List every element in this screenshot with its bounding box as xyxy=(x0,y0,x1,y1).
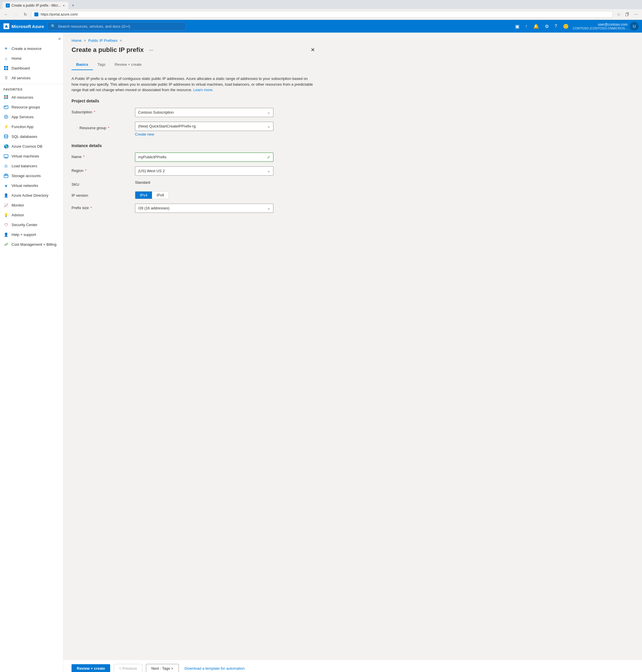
sidebar-item-sql-databases[interactable]: SQL databases xyxy=(0,131,63,141)
azure-logo xyxy=(3,23,9,29)
review-create-button[interactable]: Review + create xyxy=(72,664,110,672)
breadcrumb-ip-prefixes[interactable]: Public IP Prefixes xyxy=(88,38,118,43)
sidebar-item-advisor[interactable]: 💡 Advisor xyxy=(0,210,63,220)
tab-close-icon[interactable]: ✕ xyxy=(63,4,65,7)
subscription-select-wrapper: Contoso Subscription xyxy=(135,108,273,117)
azure-topbar: Microsoft Azure 🔍 ▣ ↑ 🔔 ⚙ ? 🙂 user@conto… xyxy=(0,20,642,33)
back-button[interactable]: ← xyxy=(2,11,10,18)
sidebar-item-help-support[interactable]: 👤 Help + support xyxy=(0,230,63,240)
browser-tab-active[interactable]: A Create a public IP prefix - Micr... ✕ xyxy=(2,2,68,9)
tab-basics[interactable]: Basics xyxy=(72,60,93,70)
virtual-machines-icon xyxy=(3,153,9,159)
create-new-link[interactable]: Create new xyxy=(135,132,273,137)
ipv4-button[interactable]: IPv4 xyxy=(135,192,152,199)
sidebar-item-storage-accounts[interactable]: Storage accounts xyxy=(0,171,63,181)
sidebar: « + Create a resource ⌂ Home Dashboard ☰… xyxy=(0,33,63,672)
all-resources-icon xyxy=(3,94,9,100)
resource-group-label-area: └ Resource group * xyxy=(72,122,129,130)
upload-button[interactable]: ↑ xyxy=(524,23,529,30)
ip-version-field: IP version IPv4 IPv6 xyxy=(72,191,315,199)
ipv6-button[interactable]: IPv6 xyxy=(152,192,169,199)
sidebar-item-function-app[interactable]: ⚡ Function App xyxy=(0,122,63,131)
name-label: Name * xyxy=(72,153,129,159)
sidebar-collapse-button[interactable]: « xyxy=(58,36,61,41)
subscription-select[interactable]: Contoso Subscription xyxy=(135,108,273,117)
help-support-icon: 👤 xyxy=(3,232,9,237)
sidebar-function-app-label: Function App xyxy=(12,125,34,129)
help-button[interactable]: ? xyxy=(553,23,559,30)
user-initial: U xyxy=(633,24,635,28)
svg-rect-8 xyxy=(4,98,6,99)
browser-menu-button[interactable]: ⋯ xyxy=(632,11,640,18)
global-search[interactable]: 🔍 xyxy=(48,22,186,30)
sidebar-item-security-center[interactable]: 🛡 Security Center xyxy=(0,220,63,230)
home-icon: ⌂ xyxy=(3,56,9,61)
forward-button[interactable]: → xyxy=(12,11,20,18)
prefix-size-required: * xyxy=(91,206,92,210)
sidebar-item-create-resource[interactable]: + Create a resource xyxy=(0,43,63,53)
prefix-size-select-wrapper: /28 (16 addresses) xyxy=(135,204,273,213)
address-bar[interactable]: https://portal.azure.com/ xyxy=(31,11,613,18)
tab-review-create[interactable]: Review + create xyxy=(110,60,146,70)
prefix-size-control: /28 (16 addresses) xyxy=(135,204,273,213)
sidebar-item-cost-management[interactable]: ☍ Cost Management + Billing xyxy=(0,240,63,249)
sidebar-item-virtual-networks[interactable]: ◈ Virtual networks xyxy=(0,181,63,190)
page-header: Create a public IP prefix ··· ✕ xyxy=(72,46,315,54)
sidebar-item-home[interactable]: ⌂ Home xyxy=(0,53,63,63)
instance-details-section: Instance details Name * xyxy=(72,143,315,213)
refresh-button[interactable]: ↻ xyxy=(22,11,29,18)
sidebar-virtual-networks-label: Virtual networks xyxy=(12,183,38,188)
close-button[interactable]: ✕ xyxy=(311,47,315,53)
sidebar-item-load-balancers[interactable]: ⚖ Load balancers xyxy=(0,161,63,171)
cost-management-icon: ☍ xyxy=(3,242,9,247)
region-field: Region * (US) West US 2 xyxy=(72,166,315,176)
sql-databases-icon xyxy=(3,134,9,139)
region-select[interactable]: (US) West US 2 xyxy=(135,166,273,176)
region-required: * xyxy=(85,168,87,173)
sidebar-item-resource-groups[interactable]: Resource groups xyxy=(0,102,63,112)
svg-rect-2 xyxy=(4,68,6,70)
sidebar-item-all-resources[interactable]: All resources xyxy=(0,92,63,102)
ip-version-control: IPv4 IPv6 xyxy=(135,191,273,199)
resource-group-select[interactable]: (New) QuickStartCreateIPPrefix-rg xyxy=(135,122,273,131)
sidebar-item-dashboard[interactable]: Dashboard xyxy=(0,63,63,73)
prefix-size-select[interactable]: /28 (16 addresses) xyxy=(135,204,273,213)
favorites-button[interactable]: ☆ xyxy=(615,11,622,18)
name-input-wrapper xyxy=(135,153,273,162)
feedback-button[interactable]: 🙂 xyxy=(561,23,570,30)
sidebar-home-label: Home xyxy=(12,56,22,61)
learn-more-link[interactable]: Learn more. xyxy=(193,88,214,92)
tab-tags[interactable]: Tags xyxy=(93,60,110,70)
sidebar-item-app-services[interactable]: App Services xyxy=(0,112,63,122)
new-tab-button[interactable]: + xyxy=(69,2,77,9)
sidebar-item-all-services[interactable]: ☰ All services xyxy=(0,73,63,83)
sidebar-item-monitor[interactable]: 📈 Monitor xyxy=(0,200,63,210)
resource-group-label: Resource group xyxy=(80,126,106,130)
page-title: Create a public IP prefix xyxy=(72,46,144,54)
monitor-icon: 📈 xyxy=(3,203,9,208)
sidebar-item-azure-ad[interactable]: 👤 Azure Active Directory xyxy=(0,190,63,200)
search-input[interactable] xyxy=(58,24,183,28)
notifications-button[interactable]: 🔔 xyxy=(531,23,541,30)
sidebar-item-cosmos-db[interactable]: 🌎 Azure Cosmos DB xyxy=(0,141,63,151)
next-button[interactable]: Next : Tags > xyxy=(146,664,179,672)
form-tabs: Basics Tags Review + create xyxy=(72,60,315,70)
svg-rect-13 xyxy=(4,155,8,157)
cloud-shell-button[interactable]: ▣ xyxy=(513,23,521,30)
download-template-link[interactable]: Download a template for automation xyxy=(184,666,245,671)
page-menu-button[interactable]: ··· xyxy=(147,47,155,54)
svg-rect-7 xyxy=(7,96,8,98)
function-app-icon: ⚡ xyxy=(3,124,9,129)
breadcrumb-home[interactable]: Home xyxy=(72,38,82,43)
sidebar-load-balancers-label: Load balancers xyxy=(12,164,37,168)
cosmos-db-icon: 🌎 xyxy=(3,144,9,149)
previous-button[interactable]: < Previous xyxy=(114,664,142,672)
collections-button[interactable]: 🗍 xyxy=(624,11,631,18)
svg-rect-1 xyxy=(7,66,8,68)
settings-button[interactable]: ⚙ xyxy=(543,23,551,30)
user-menu[interactable]: user@contoso.com CONTOSO (CONTOSO.ONMICR… xyxy=(573,22,639,30)
security-center-icon: 🛡 xyxy=(3,222,9,227)
sidebar-item-virtual-machines[interactable]: Virtual machines xyxy=(0,151,63,161)
name-input[interactable] xyxy=(135,153,273,162)
sidebar-monitor-label: Monitor xyxy=(12,203,24,207)
